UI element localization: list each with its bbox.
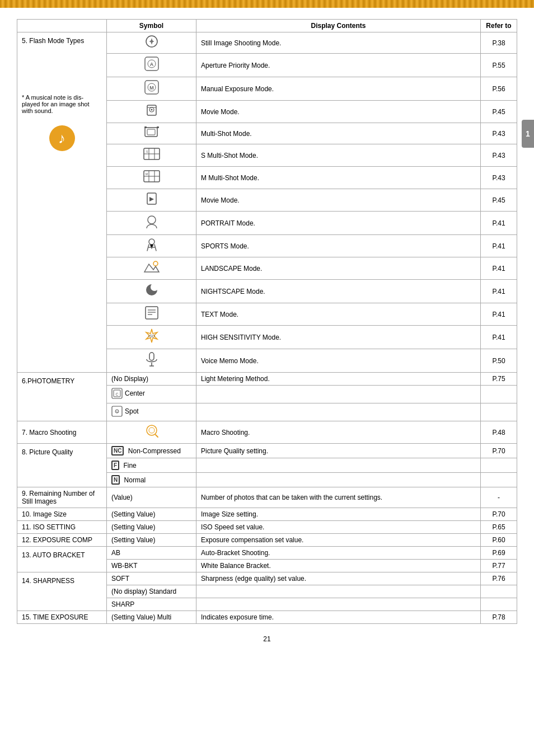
display-sports: SPORTS Mode.	[196, 235, 481, 257]
display-image-size: Image Size setting.	[196, 508, 481, 521]
symbol-standard: (No display) Standard	[107, 585, 196, 598]
display-picture-quality: Picture Quality setting.	[196, 444, 481, 458]
display-fine	[196, 458, 481, 473]
refer-wbbkt: P.77	[481, 560, 517, 572]
movie-mode-icon	[144, 103, 159, 118]
display-iso: ISO Speed set value.	[196, 521, 481, 534]
refer-high-sensitivity: P.41	[481, 326, 517, 349]
table-row: 7. Macro Shooting Macro Shooting. P.48	[17, 421, 517, 444]
symbol-nc: NC Non-Compressed	[107, 444, 196, 458]
label-iso: 11. ISO SETTING	[17, 521, 107, 534]
label-image-size: 10. Image Size	[17, 508, 107, 521]
table-row: 12. EXPOSURE COMP (Setting Value) Exposu…	[17, 534, 517, 547]
display-macro: Macro Shooting.	[196, 421, 481, 444]
refer-standard	[481, 585, 517, 598]
spot-metering-icon: S	[111, 406, 123, 417]
symbol-ab: AB	[107, 547, 196, 560]
symbol-time-exposure: (Setting Value) Multi	[107, 611, 196, 624]
refer-m-multi: P.43	[481, 167, 517, 189]
table-row: 14. SHARPNESS SOFT Sharpness (edge quali…	[17, 572, 517, 585]
display-spot	[196, 403, 481, 421]
symbol-aperture-a: A	[107, 54, 196, 77]
nc-badge: NC	[111, 446, 124, 456]
table-row: 5. Flash Mode Types * A musical note is …	[17, 32, 517, 54]
center-metering-icon: C	[111, 388, 123, 399]
symbol-spot: S Spot	[107, 403, 196, 421]
symbol-m-multi: M	[107, 167, 196, 189]
refer-photometry: P.75	[481, 373, 517, 386]
table-row: 6.PHOTOMETRY (No Display) Light Metering…	[17, 373, 517, 386]
symbol-no-display: (No Display)	[107, 373, 196, 386]
refer-time-exposure: P.78	[481, 611, 517, 624]
svg-point-26	[153, 261, 158, 266]
svg-point-9	[151, 109, 152, 111]
symbol-high-sensitivity: ISO	[107, 326, 196, 349]
refer-fine	[481, 458, 517, 473]
symbol-nightscape	[107, 280, 196, 303]
header-label	[17, 20, 107, 32]
symbol-movie2	[107, 189, 196, 212]
svg-point-25	[149, 239, 154, 245]
refer-macro: P.48	[481, 421, 517, 444]
display-standard	[196, 585, 481, 598]
still-image-icon	[145, 35, 158, 48]
display-still-image: Still Image Shooting Mode.	[196, 32, 481, 54]
refer-sharp	[481, 598, 517, 611]
table-row: 10. Image Size (Setting Value) Image Siz…	[17, 508, 517, 521]
refer-remaining: -	[481, 487, 517, 508]
symbol-iso: (Setting Value)	[107, 521, 196, 534]
table-row: 11. ISO SETTING (Setting Value) ISO Spee…	[17, 521, 517, 534]
symbol-remaining: (Value)	[107, 487, 196, 508]
fine-badge: F	[111, 461, 119, 470]
display-movie1: Movie Mode.	[196, 101, 481, 123]
symbol-s-multi: S	[107, 144, 196, 167]
refer-ab: P.69	[481, 547, 517, 560]
header-symbol: Symbol	[107, 20, 196, 32]
s-multi-shot-icon: S	[143, 147, 160, 161]
display-portrait: PORTRAIT Mode.	[196, 212, 481, 235]
svg-text:A: A	[149, 62, 153, 67]
high-sensitivity-icon: ISO	[143, 328, 161, 344]
display-multi-shot: Multi-Shot Mode.	[196, 123, 481, 144]
svg-rect-27	[146, 307, 158, 319]
refer-nightscape: P.41	[481, 280, 517, 303]
display-exposure: Exposure compensation set value.	[196, 534, 481, 547]
display-aperture: Aperture Priority Mode.	[196, 54, 481, 77]
landscape-icon	[143, 260, 160, 274]
macro-shooting-icon	[144, 424, 159, 438]
symbol-landscape	[107, 257, 196, 280]
display-photometry: Light Metering Method.	[196, 373, 481, 386]
symbol-voice-memo	[107, 349, 196, 373]
musical-note-icon: ♪	[49, 125, 75, 151]
svg-text:ISO: ISO	[148, 334, 155, 338]
normal-badge: N	[111, 475, 120, 485]
manual-exposure-icon: M	[144, 79, 160, 95]
display-manual: Manual Exposure Mode.	[196, 77, 481, 101]
symbol-soft: SOFT	[107, 572, 196, 585]
label-remaining: 9. Remaining Number of Still Images	[17, 487, 107, 508]
symbol-wbbkt: WB-BKT	[107, 560, 196, 572]
table-row: 9. Remaining Number of Still Images (Val…	[17, 487, 517, 508]
portrait-icon	[144, 214, 160, 229]
refer-text: P.41	[481, 303, 517, 326]
symbol-text-mode	[107, 303, 196, 326]
refer-portrait: P.41	[481, 212, 517, 235]
display-sharpness: Sharpness (edge quality) set value.	[196, 572, 481, 585]
label-sharpness: 14. SHARPNESS	[17, 572, 107, 611]
display-landscape: LANDSCAPE Mode.	[196, 257, 481, 280]
nightscape-icon	[144, 282, 160, 298]
text-mode-icon	[144, 306, 159, 320]
movie-mode2-icon	[144, 191, 159, 206]
refer-exposure: P.60	[481, 534, 517, 547]
label-photometry: 6.PHOTOMETRY	[17, 373, 107, 421]
symbol-image-size: (Setting Value)	[107, 508, 196, 521]
label-time-exposure: 15. TIME EXPOSURE	[17, 611, 107, 624]
display-wbbkt: White Balance Bracket.	[196, 560, 481, 572]
svg-text:M: M	[146, 172, 148, 176]
page-number: 21	[17, 635, 517, 643]
refer-multi-shot: P.43	[481, 123, 517, 144]
display-normal	[196, 473, 481, 487]
display-s-multi: S Multi-Shot Mode.	[196, 144, 481, 167]
refer-center	[481, 386, 517, 403]
symbol-sports	[107, 235, 196, 257]
